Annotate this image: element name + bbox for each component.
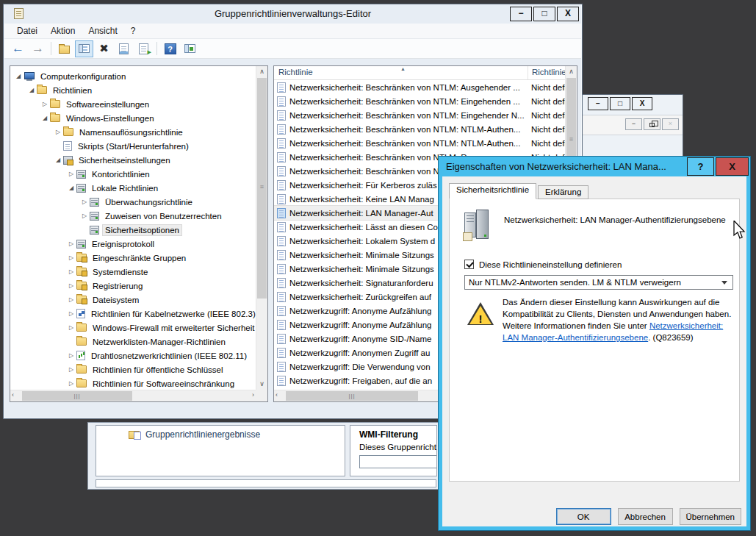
expander-icon[interactable]: ▷ <box>66 254 76 261</box>
tree-item[interactable]: ▷Systemdienste <box>10 265 256 279</box>
tree-item[interactable]: ◢Windows-Einstellungen <box>10 111 256 125</box>
close-button[interactable] <box>557 7 579 21</box>
expander-icon[interactable]: ▷ <box>66 324 76 331</box>
maximize-button[interactable] <box>533 7 555 21</box>
scrollbar-thumb[interactable] <box>257 78 267 299</box>
close-button[interactable]: X <box>716 157 749 176</box>
tree-vertical-scrollbar[interactable]: ∧ ∨ <box>256 66 267 390</box>
tree-item[interactable]: ▷Richtlinien für öffentliche Schlüssel <box>10 362 256 376</box>
tree-item[interactable]: ▷Richtlinien für Softwareeinschränkung <box>10 376 256 390</box>
abbrechen-button[interactable]: Abbrechen <box>618 508 673 525</box>
help-button[interactable] <box>161 40 179 57</box>
gpmc-status-strip <box>96 479 436 487</box>
help-button[interactable]: ? <box>687 157 714 176</box>
übernehmen-button[interactable]: Übernehmen <box>680 508 741 525</box>
policy-row[interactable]: Netzwerksicherheit: Beschränken von NTLM… <box>274 122 565 136</box>
scroll-left-icon[interactable]: ‹ <box>276 391 278 399</box>
tree-item[interactable]: ▷Richtlinien für Kabelnetzwerke (IEEE 80… <box>10 307 256 321</box>
expander-icon[interactable]: ▷ <box>66 380 76 387</box>
policy-row[interactable]: Netzwerksicherheit: Beschränken von NTLM… <box>274 94 565 108</box>
tree-item[interactable]: ▷Dateisystem <box>10 293 256 307</box>
tree-item[interactable]: Netzwerklisten-Manager-Richtlinien <box>10 335 256 349</box>
menu-item[interactable]: ? <box>124 24 143 37</box>
forward-button[interactable] <box>29 40 47 57</box>
delete-button[interactable] <box>95 40 113 57</box>
tree-item[interactable]: ◢Computerkonfiguration <box>10 69 256 83</box>
properties-button[interactable] <box>115 40 133 57</box>
expander-icon[interactable]: ▷ <box>53 129 63 135</box>
up-level-button[interactable] <box>55 40 73 57</box>
mdi-close-button[interactable]: × <box>662 118 679 130</box>
tree-item[interactable]: ▷Kontorichtlinien <box>10 167 256 181</box>
title-bar[interactable]: Gruppenrichtlinienverwaltungs-Editor <box>4 4 582 23</box>
expander-icon[interactable]: ◢ <box>26 87 37 93</box>
scroll-up-icon[interactable]: ∧ <box>256 66 267 77</box>
tree-horizontal-scrollbar[interactable]: ‹ › <box>10 390 256 401</box>
tree-item[interactable]: ◢Lokale Richtlinien <box>10 181 256 195</box>
expander-icon[interactable]: ▷ <box>66 240 76 247</box>
tree-item[interactable]: Sicherheitsoptionen <box>10 223 256 237</box>
show-tree-button[interactable] <box>75 40 93 57</box>
menu-item[interactable]: Ansicht <box>82 24 123 37</box>
tree-item[interactable]: ▷Überwachungsrichtlinie <box>10 195 256 209</box>
scroll-right-icon[interactable]: › <box>252 391 254 399</box>
tree-item[interactable]: ◢Sicherheitseinstellungen <box>10 153 256 167</box>
expander-icon[interactable]: ▷ <box>40 101 50 107</box>
expander-icon[interactable]: ▷ <box>66 366 76 373</box>
export-list-button[interactable] <box>134 40 153 57</box>
scrollbar-thumb[interactable] <box>286 391 418 401</box>
policy-row[interactable]: Netzwerksicherheit: Beschränken von NTLM… <box>274 80 565 94</box>
tree-item[interactable]: ▷Registrierung <box>10 279 256 293</box>
expander-icon[interactable]: ▷ <box>66 282 76 289</box>
tab[interactable]: Erklärung <box>538 185 588 199</box>
tree-item[interactable]: Skripts (Start/Herunterfahren) <box>10 139 256 153</box>
expander-icon[interactable]: ▷ <box>79 212 90 219</box>
expander-icon[interactable]: ▷ <box>66 171 76 177</box>
tree-item[interactable]: ▷Namensauflösungsrichtlinie <box>10 125 256 139</box>
define-policy-checkbox[interactable] <box>464 260 474 269</box>
authentication-level-dropdown[interactable]: Nur NTLMv2-Antworten senden. LM & NTLM v… <box>464 275 733 290</box>
mouse-cursor <box>733 221 746 240</box>
wmi-filter-dropdown[interactable] <box>359 455 437 468</box>
folder-icon <box>50 114 60 122</box>
expander-icon[interactable]: ◢ <box>53 157 63 163</box>
policy-row[interactable]: Netzwerksicherheit: Beschränken von NTLM… <box>274 136 565 150</box>
expander-icon[interactable]: ▷ <box>66 268 76 275</box>
maximize-button[interactable]: □ <box>610 97 630 110</box>
back-button[interactable] <box>9 40 27 57</box>
scroll-down-icon[interactable]: ∨ <box>256 379 267 390</box>
expander-icon[interactable]: ▷ <box>66 352 76 359</box>
gpmc-results-item[interactable]: Gruppenrichtlinienergebnisse <box>129 429 260 440</box>
minimize-button[interactable] <box>510 7 532 21</box>
tree-item[interactable]: ◢Richtlinien <box>10 83 256 97</box>
tree-item[interactable]: ▷Ereignisprotokoll <box>10 237 256 251</box>
tab[interactable]: Sicherheitsrichtlinie <box>449 183 536 199</box>
column-header-setting[interactable]: Richtlinieneinstellung <box>528 66 565 79</box>
minimize-button[interactable]: − <box>588 97 608 110</box>
expander-icon[interactable]: ▷ <box>66 296 76 303</box>
ok-button[interactable]: OK <box>556 508 611 525</box>
scroll-left-icon[interactable]: ‹ <box>12 391 14 399</box>
mdi-minimize-button[interactable]: − <box>625 118 642 130</box>
new-window-button[interactable] <box>181 40 199 57</box>
mdi-restore-button[interactable] <box>644 118 660 130</box>
policy-row[interactable]: Netzwerksicherheit: Beschränken von NTLM… <box>274 108 565 122</box>
scrollbar-thumb[interactable] <box>22 391 132 401</box>
tree-item[interactable]: ▷Windows-Firewall mit erweiterter Sicher… <box>10 321 256 335</box>
properties-icon <box>119 43 129 54</box>
expander-icon[interactable]: ◢ <box>66 185 76 191</box>
menu-item[interactable]: Datei <box>10 24 44 37</box>
tree-item[interactable]: ▷Eingeschränkte Gruppen <box>10 251 256 265</box>
expander-icon[interactable]: ◢ <box>13 73 24 79</box>
tree-item[interactable]: ▷Zuweisen von Benutzerrechten <box>10 209 256 223</box>
policy-icon <box>277 96 286 107</box>
menu-item[interactable]: Aktion <box>44 24 82 37</box>
close-button[interactable]: X <box>632 97 652 110</box>
scroll-up-icon[interactable]: ∧ <box>566 66 577 77</box>
tree-item[interactable]: ▷Softwareeinstellungen <box>10 97 256 111</box>
column-header-policy[interactable]: Richtlinie ▲ <box>274 66 528 79</box>
expander-icon[interactable]: ◢ <box>40 115 50 121</box>
expander-icon[interactable]: ▷ <box>66 310 76 317</box>
tree-item[interactable]: ▷Drahtlosnetzwerkrichtlinien (IEEE 802.1… <box>10 349 256 362</box>
expander-icon[interactable]: ▷ <box>79 199 90 205</box>
